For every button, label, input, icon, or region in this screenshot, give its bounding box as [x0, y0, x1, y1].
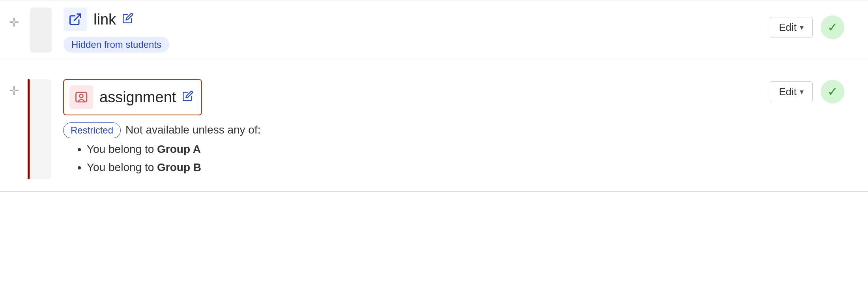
- assignment-checkmark-icon: ✓: [827, 84, 838, 99]
- assignment-title: assignment: [99, 89, 176, 106]
- restricted-badge: Restricted: [63, 122, 121, 138]
- restriction-item-1-bold: Group A: [157, 143, 201, 155]
- assignment-edit-chevron-icon: ▾: [800, 87, 804, 96]
- restriction-list: You belong to Group A You belong to Grou…: [63, 143, 758, 174]
- link-drag-handle[interactable]: ✛: [0, 8, 28, 29]
- assignment-content: assignment Restricted Not available unle…: [51, 72, 770, 179]
- restriction-item-1: You belong to Group A: [87, 143, 758, 156]
- drag-icon: ✛: [9, 15, 19, 29]
- assignment-right-controls: Edit ▾ ✓: [770, 72, 844, 103]
- link-edit-label: Edit: [779, 21, 797, 34]
- restriction-item-2-bold: Group B: [157, 161, 201, 173]
- assignment-drag-handle[interactable]: ✛: [0, 72, 28, 98]
- link-title: link: [94, 11, 116, 28]
- svg-point-2: [80, 94, 83, 98]
- external-link-icon: [68, 12, 82, 26]
- row-spacer: [0, 60, 868, 72]
- page-container: ✛ link: [0, 0, 868, 301]
- restriction-item-1-text: You belong to Group A: [87, 143, 201, 155]
- assignment-icon: [74, 90, 88, 104]
- assignment-icon-box: [69, 85, 93, 109]
- link-row: ✛ link: [0, 0, 868, 60]
- link-edit-pencil-icon[interactable]: [122, 13, 133, 26]
- svg-line-0: [74, 14, 81, 21]
- restriction-item-2: You belong to Group B: [87, 161, 758, 174]
- checkmark-icon: ✓: [827, 20, 838, 35]
- link-content: link Hidden from students: [52, 8, 770, 53]
- hidden-from-students-badge: Hidden from students: [64, 37, 169, 53]
- restricted-section: Restricted Not available unless any of:: [63, 122, 758, 138]
- link-completed-icon: ✓: [821, 15, 844, 39]
- restriction-intro-text: Not available unless any of:: [125, 124, 260, 136]
- assignment-title-box: assignment: [63, 79, 202, 115]
- link-icon-box: [64, 8, 87, 31]
- restriction-item-2-text: You belong to Group B: [87, 161, 201, 173]
- link-edit-button[interactable]: Edit ▾: [770, 17, 813, 38]
- link-edit-chevron-icon: ▾: [800, 23, 804, 32]
- assignment-row: ✛ assignment: [0, 72, 868, 192]
- assignment-edit-label: Edit: [779, 86, 797, 98]
- drag-icon-2: ✛: [9, 84, 19, 98]
- link-title-row: link: [64, 8, 758, 31]
- assignment-edit-pencil-icon[interactable]: [182, 90, 193, 104]
- assignment-completed-icon: ✓: [821, 80, 844, 103]
- link-right-controls: Edit ▾ ✓: [770, 8, 844, 39]
- assignment-edit-button[interactable]: Edit ▾: [770, 81, 813, 102]
